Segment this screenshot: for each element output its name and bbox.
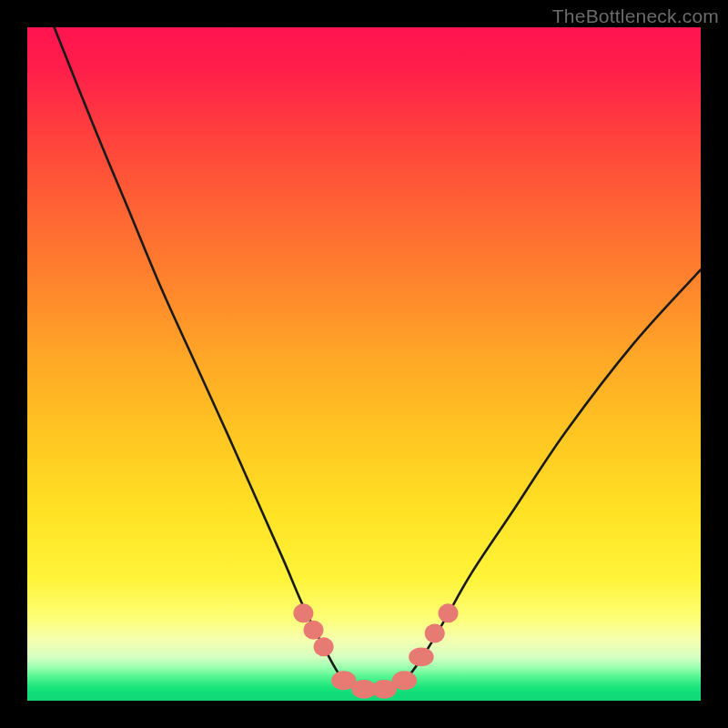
bottleneck-curve [55, 27, 701, 692]
marker-dot [304, 621, 324, 640]
curve-layer [27, 27, 701, 701]
plot-area [27, 27, 701, 701]
marker-group [293, 603, 458, 699]
marker-dot [425, 624, 445, 643]
marker-dot [409, 647, 434, 666]
outer-frame: TheBottleneck.com [0, 0, 728, 728]
curve-path [55, 27, 701, 692]
marker-dot [439, 603, 459, 622]
marker-dot [392, 671, 418, 690]
watermark-text: TheBottleneck.com [552, 5, 719, 27]
marker-dot [314, 637, 334, 656]
marker-dot [293, 603, 313, 622]
